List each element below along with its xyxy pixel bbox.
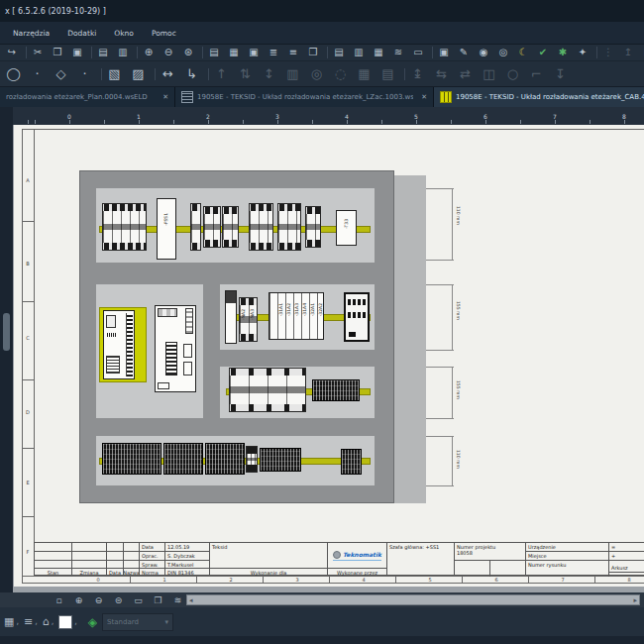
tree-expand-icon[interactable]: ≡: [287, 45, 299, 60]
swap-v-icon[interactable]: ⇄: [458, 62, 473, 86]
zoom-out-icon[interactable]: ⊖: [162, 45, 174, 60]
ellipse-tool-icon[interactable]: ◯: [6, 62, 21, 86]
menu-pomoc[interactable]: Pomoc: [143, 22, 185, 45]
more-options-icon[interactable]: ⋮: [602, 45, 614, 60]
rect-view-icon[interactable]: ▭: [133, 593, 144, 607]
dropdown-mark[interactable]: ,: [16, 617, 19, 626]
corner-icon[interactable]: ⌐: [529, 62, 544, 86]
breaker-group[interactable]: [305, 206, 321, 248]
ellipse-more-icon[interactable]: ·: [30, 62, 45, 86]
terminal-strip[interactable]: [260, 448, 301, 472]
pointer-icon[interactable]: ✦: [577, 45, 589, 60]
breaker-group[interactable]: [277, 203, 301, 251]
layer-green-icon[interactable]: ◈: [88, 615, 97, 629]
tab-cab-4000[interactable]: 19058E - TEKSID - Układ rozładowania ete…: [434, 87, 644, 107]
transformer-t33[interactable]: -T33: [336, 210, 357, 246]
cut-icon[interactable]: ✂: [32, 45, 44, 60]
breaker-group[interactable]: [203, 206, 221, 248]
scroll-left-arrow[interactable]: ◂: [189, 596, 193, 604]
page-edit-icon[interactable]: ✎: [458, 45, 470, 60]
night-mode-icon[interactable]: ☾: [517, 45, 529, 60]
layer-style-select[interactable]: Standard ▾: [102, 613, 173, 631]
circle-ref-icon[interactable]: ○: [505, 62, 520, 86]
hatch-style-icon[interactable]: ⌂: [43, 615, 50, 628]
menu-dodatki[interactable]: Dodatki: [58, 22, 105, 45]
line-style-icon[interactable]: ≡: [24, 615, 33, 628]
spacing-icon[interactable]: ↨: [410, 62, 425, 86]
polygon-tool-icon[interactable]: ◇: [54, 62, 68, 86]
surge-module[interactable]: [225, 290, 237, 344]
menu-narzedzia[interactable]: Narzędzia: [4, 22, 58, 45]
dropdown-mark[interactable]: ,: [35, 617, 38, 626]
clipboard-icon[interactable]: ❐: [307, 45, 319, 60]
terminal-end-block[interactable]: [341, 449, 362, 475]
vertical-scrollbar[interactable]: [0, 107, 13, 592]
drop-icon[interactable]: ↧: [553, 62, 568, 86]
page-find-icon[interactable]: ▥: [353, 45, 365, 60]
mirror-icon[interactable]: ◫: [482, 62, 496, 86]
terminal-block[interactable]: [102, 443, 161, 475]
scroll-right-arrow[interactable]: ▸: [633, 596, 637, 604]
page-settings-icon[interactable]: ✱: [557, 45, 569, 60]
paste-icon[interactable]: ▣: [71, 45, 83, 60]
breaker[interactable]: [190, 203, 201, 251]
zoom-page-icon[interactable]: ⊜: [113, 593, 124, 607]
breaker-group[interactable]: [249, 203, 273, 251]
place-pins-icon[interactable]: ⇅: [238, 62, 253, 86]
place-rail-icon[interactable]: ▥: [285, 62, 300, 86]
swap-h-icon[interactable]: ⇆: [434, 62, 449, 86]
place-grid-icon[interactable]: ▦: [357, 62, 372, 86]
tab-lzac-1003[interactable]: 19058E - TEKSID - Układ rozładowania ete…: [175, 87, 434, 107]
layers-view-icon[interactable]: ≋: [172, 593, 183, 607]
eye-icon[interactable]: ◉: [478, 45, 489, 60]
relay-group[interactable]: [229, 368, 306, 412]
polygon-more-icon[interactable]: ·: [77, 62, 92, 86]
title-block[interactable]: Stan Zmiana Data Nazwa Data Oprac. Spraw…: [34, 542, 644, 576]
tab-close-icon[interactable]: ✕: [155, 93, 168, 101]
io-module-block[interactable]: -31A1 -31A2 -31A3 -31A4 -32A1 -32A2: [268, 292, 324, 340]
contactor-fss1[interactable]: -FSS1: [157, 198, 176, 260]
place-ring-icon[interactable]: ◎: [309, 62, 324, 86]
save-search-icon[interactable]: ▤: [97, 45, 109, 60]
plc-module[interactable]: [103, 310, 135, 379]
globe-icon[interactable]: ◎: [497, 45, 509, 60]
zoom-all-icon[interactable]: ⊛: [182, 45, 194, 60]
vertical-scrollbar-thumb[interactable]: [3, 313, 10, 351]
route-tool-icon[interactable]: ↳: [184, 62, 199, 86]
terminal-block[interactable]: [163, 443, 203, 475]
tree-collapse-icon[interactable]: ≣: [268, 45, 279, 60]
relay-group-na[interactable]: -NA2 -NA3: [239, 297, 258, 342]
terminal-block[interactable]: [205, 443, 245, 475]
horizontal-scrollbar[interactable]: ◂ ▸: [186, 594, 640, 605]
menu-okno[interactable]: Okno: [105, 22, 143, 45]
page-frame-icon[interactable]: ▣: [248, 45, 260, 60]
dropdown-mark[interactable]: ,: [74, 617, 77, 626]
color-swatch[interactable]: [58, 615, 72, 629]
save-remove-icon[interactable]: ▥: [117, 45, 129, 60]
image-edit-icon[interactable]: ▨: [131, 62, 146, 86]
place-bolt-icon[interactable]: ↕: [262, 62, 276, 86]
select-region-icon[interactable]: ▫: [54, 593, 64, 607]
card-icon[interactable]: ▭: [412, 45, 424, 60]
text-frame-icon[interactable]: ▣: [438, 45, 450, 60]
image-insert-icon[interactable]: ▧: [107, 62, 122, 86]
grid-search-icon[interactable]: ▦: [373, 45, 384, 60]
place-pin-icon[interactable]: ↑: [214, 62, 229, 86]
layers-icon[interactable]: ≋: [392, 45, 404, 60]
drawing-canvas[interactable]: 0 1 2 3 4 5 6 7 8 A B C D E F 0 1 2 3 4 …: [0, 107, 644, 592]
breaker-group[interactable]: [102, 203, 147, 251]
copy-icon[interactable]: ❐: [52, 45, 63, 60]
zoom-in-icon[interactable]: ⊕: [143, 45, 155, 60]
breaker-group[interactable]: [222, 206, 239, 248]
terminal-end-bracket[interactable]: [246, 446, 258, 473]
undo-icon[interactable]: ↪: [6, 45, 18, 60]
zoom-out-small-icon[interactable]: ⊖: [93, 593, 104, 607]
align-top-icon[interactable]: ↥: [622, 45, 634, 60]
tab-plan-0004[interactable]: rozładowania eteżarek_Plan.0004.wsELD ✕: [0, 87, 175, 107]
ethernet-switch[interactable]: [344, 292, 370, 342]
page-new-icon[interactable]: ▦: [228, 45, 240, 60]
page-list-icon[interactable]: ▤: [333, 45, 345, 60]
zoom-in-small-icon[interactable]: ⊕: [73, 593, 84, 607]
dropdown-mark[interactable]: ,: [52, 617, 54, 626]
place-block-icon[interactable]: ▤: [380, 62, 395, 86]
